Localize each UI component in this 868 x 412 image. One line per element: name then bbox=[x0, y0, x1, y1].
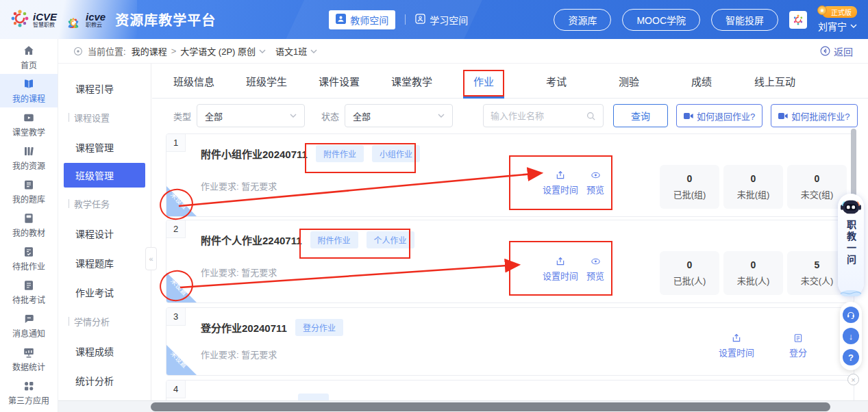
nav-student-label: 学习空间 bbox=[430, 13, 468, 27]
homework-card-2: 2 附件个人作业2240711 附件作业 个人作业 作业要求: 暂无要求 未设置… bbox=[166, 220, 854, 303]
homework-search-input[interactable] bbox=[491, 111, 586, 121]
floating-action-buttons: ↓ ? bbox=[840, 302, 862, 370]
type-select-value: 全部 bbox=[205, 110, 223, 123]
homework-tag bbox=[298, 394, 329, 400]
menu-item-course-bank[interactable]: 课程题库 bbox=[58, 248, 151, 277]
smart-cast-button[interactable]: 智能投屏 bbox=[711, 9, 778, 31]
video-tutorial-icon bbox=[778, 112, 788, 120]
sidebar-item-my-textbooks[interactable]: 我的教材 bbox=[0, 208, 58, 242]
tab-exam[interactable]: 考试 bbox=[536, 74, 576, 88]
menu-item-course-score[interactable]: 课程成绩 bbox=[58, 336, 151, 365]
sidebar-item-label: 课堂教学 bbox=[12, 126, 45, 138]
sidebar-item-classroom-teaching[interactable]: 课堂教学 bbox=[0, 107, 58, 141]
menu-item-class-manage[interactable]: 班级管理 bbox=[64, 163, 145, 188]
sidebar-item-third-party-apps[interactable]: 第三方应用 bbox=[0, 376, 58, 409]
set-time-action[interactable]: 设置时间 bbox=[715, 333, 758, 357]
main-panel: 班级信息 班级学生 课件设置 课堂教学 作业 考试 测验 成绩 线上互动 类型 … bbox=[152, 64, 868, 400]
grade-entry-action[interactable]: 登分 bbox=[783, 333, 813, 357]
chevron-down-icon bbox=[850, 24, 857, 28]
menu-item-course-guide[interactable]: 课程引导 bbox=[58, 73, 151, 103]
homework-requirement: 作业要求: 暂无要求 bbox=[201, 348, 277, 361]
headset-icon bbox=[846, 310, 856, 320]
menu-item-course-manage[interactable]: 课程管理 bbox=[58, 132, 151, 162]
chevron-down-icon bbox=[310, 49, 317, 53]
homework-card-3: 3 登分作业20240711 登分作业 作业要求: 暂无要求 未设置 设置时间 … bbox=[166, 307, 854, 376]
tab-courseware-settings[interactable]: 课件设置 bbox=[319, 74, 358, 88]
sidebar-item-home[interactable]: 首页 bbox=[0, 40, 58, 74]
how-to-review-homework-button[interactable]: 如何批阅作业? bbox=[771, 104, 857, 127]
open-book-icon bbox=[23, 78, 35, 90]
user-menu[interactable]: ★ 正式版 刘宵宁 bbox=[818, 6, 857, 33]
sidebar-item-label: 消息通知 bbox=[12, 327, 45, 339]
icve-mini-logo-icon[interactable] bbox=[789, 11, 807, 29]
sidebar-item-my-question-bank[interactable]: 我的题库 bbox=[0, 175, 58, 208]
assistant-widget[interactable]: 职教一问 bbox=[838, 194, 864, 296]
type-select[interactable]: 全部 bbox=[197, 104, 305, 127]
menu-item-statistics[interactable]: 统计分析 bbox=[58, 365, 151, 395]
close-widget-button[interactable]: × bbox=[847, 374, 859, 385]
menu-item-course-design[interactable]: 课程设计 bbox=[58, 218, 151, 248]
tab-bar: 班级信息 班级学生 课件设置 课堂教学 作业 考试 测验 成绩 线上互动 bbox=[152, 64, 868, 99]
chevron-down-icon bbox=[259, 49, 266, 53]
set-time-upload-icon bbox=[731, 333, 742, 344]
customer-service-button[interactable] bbox=[843, 307, 859, 323]
sidebar-item-label: 第三方应用 bbox=[8, 394, 49, 406]
app-window: iCVE 智慧职教 icve bbox=[0, 0, 868, 412]
homework-search-box bbox=[483, 104, 604, 127]
breadcrumb-course-dropdown[interactable]: 大学语文 (2P) 原创 bbox=[180, 44, 266, 57]
preview-label: 预览 bbox=[586, 185, 604, 195]
vertical-scrollbar-thumb[interactable] bbox=[851, 129, 856, 198]
back-button[interactable]: 返回 bbox=[820, 44, 853, 58]
sidebar-item-data-statistics[interactable]: 数据统计 bbox=[0, 342, 58, 376]
download-button[interactable]: ↓ bbox=[843, 328, 859, 344]
home-icon bbox=[23, 44, 35, 57]
breadcrumb-my-courses[interactable]: 我的课程 bbox=[132, 44, 167, 57]
sidebar-item-my-resources[interactable]: 我的资源 bbox=[0, 141, 58, 175]
logo2-name: icve bbox=[86, 12, 106, 22]
menu-collapse-handle[interactable]: « bbox=[145, 247, 157, 270]
grade-entry-label: 登分 bbox=[789, 348, 807, 358]
medal-icon: ★ bbox=[817, 5, 827, 15]
breadcrumb-class-dropdown[interactable]: 语文1班 bbox=[275, 44, 317, 57]
help-button[interactable]: ? bbox=[843, 349, 859, 365]
menu-item-homework-exam[interactable]: 作业考试 bbox=[58, 277, 151, 307]
horizontal-scrollbar-thumb[interactable] bbox=[151, 402, 830, 411]
preview-action[interactable]: 预览 bbox=[580, 256, 610, 281]
tab-online-interaction[interactable]: 线上互动 bbox=[754, 74, 794, 88]
mooc-college-button[interactable]: MOOC学院 bbox=[622, 9, 700, 31]
sidebar-item-messages[interactable]: 消息通知 bbox=[0, 309, 58, 342]
nav-student-space[interactable]: 学习空间 bbox=[415, 13, 468, 27]
how-to-return-homework-button[interactable]: 如何退回作业? bbox=[676, 104, 762, 127]
tab-quiz[interactable]: 测验 bbox=[609, 74, 649, 88]
question-bank-icon bbox=[23, 179, 35, 191]
resource-library-button[interactable]: 资源库 bbox=[554, 9, 611, 31]
sidebar-item-pending-homework[interactable]: 待批作业 bbox=[0, 242, 58, 275]
nav-divider bbox=[405, 14, 406, 25]
exam-sheet-icon bbox=[23, 279, 35, 292]
set-time-action[interactable]: 设置时间 bbox=[538, 256, 582, 281]
icve-zhihui-logo: iCVE 智慧职教 bbox=[10, 8, 57, 31]
sidebar-item-label: 我的资源 bbox=[12, 159, 45, 171]
breadcrumb: 当前位置: 我的课程 > 大学语文 (2P) 原创 语文1班 返回 bbox=[58, 39, 868, 64]
status-select-value: 全部 bbox=[353, 110, 371, 123]
nav-teacher-space[interactable]: 教师空间 bbox=[329, 10, 395, 29]
tab-grades[interactable]: 成绩 bbox=[682, 74, 721, 88]
tab-homework[interactable]: 作业 bbox=[464, 74, 504, 88]
set-time-action[interactable]: 设置时间 bbox=[538, 170, 582, 194]
top-header: iCVE 智慧职教 icve bbox=[0, 0, 868, 39]
eye-icon bbox=[590, 256, 602, 267]
breadcrumb-separator: > bbox=[171, 46, 177, 56]
homework-tag: 个人作业 bbox=[367, 231, 414, 248]
how-to-review-label: 如何批阅作业? bbox=[791, 110, 850, 123]
stat-unreviewed: 0未批(组) bbox=[723, 165, 783, 209]
preview-action[interactable]: 预览 bbox=[580, 170, 610, 194]
tab-class-info[interactable]: 班级信息 bbox=[173, 74, 213, 88]
status-select[interactable]: 全部 bbox=[345, 104, 453, 127]
sidebar-item-my-courses[interactable]: 我的课程 bbox=[0, 74, 58, 107]
sidebar-item-pending-exams[interactable]: 待批考试 bbox=[0, 275, 58, 309]
menu-section-course-settings: 课程设置 bbox=[58, 103, 151, 132]
query-button[interactable]: 查询 bbox=[613, 104, 668, 127]
tab-class-students[interactable]: 班级学生 bbox=[246, 74, 286, 88]
filter-bar: 类型 全部 状态 全部 查询 如何退回作业? 如何批阅作业? bbox=[173, 104, 868, 127]
tab-classroom-teaching[interactable]: 课堂教学 bbox=[391, 74, 431, 88]
